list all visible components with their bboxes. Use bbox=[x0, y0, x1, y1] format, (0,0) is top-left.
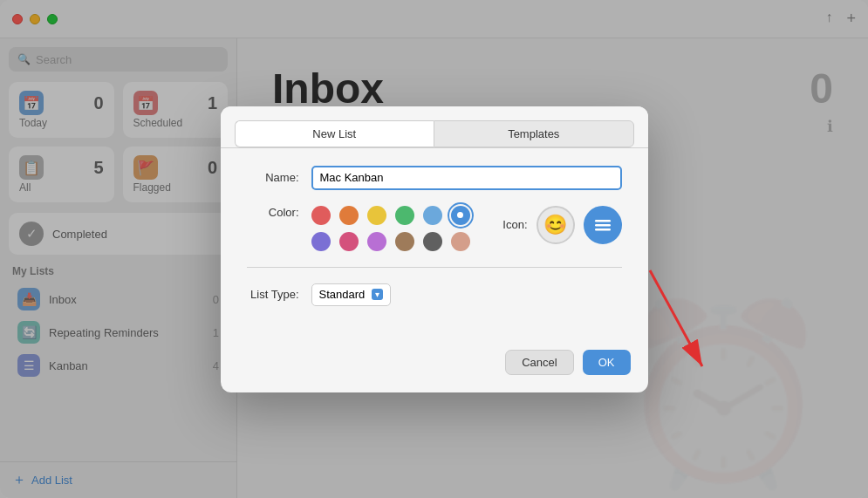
svg-line-1 bbox=[650, 270, 702, 366]
modal-overlay: New List Templates Name: Color: bbox=[0, 0, 868, 498]
color-purple[interactable] bbox=[367, 232, 386, 251]
divider bbox=[247, 267, 622, 268]
tab-new-list[interactable]: New List bbox=[235, 120, 434, 147]
name-row: Name: bbox=[247, 166, 622, 190]
svg-rect-3 bbox=[595, 224, 611, 227]
svg-rect-2 bbox=[595, 220, 611, 222]
icon-section: Icon: 😊 bbox=[502, 206, 621, 244]
name-label: Name: bbox=[247, 171, 299, 184]
color-grid bbox=[311, 206, 491, 251]
list-type-select[interactable]: Standard ▾ bbox=[311, 283, 392, 306]
icon-label: Icon: bbox=[502, 218, 527, 231]
color-light-blue[interactable] bbox=[423, 206, 442, 225]
svg-rect-4 bbox=[595, 229, 611, 231]
icon-emoji[interactable]: 😊 bbox=[537, 206, 575, 244]
cancel-button[interactable]: Cancel bbox=[505, 350, 573, 375]
dialog-tabs: New List Templates bbox=[221, 106, 648, 148]
color-green[interactable] bbox=[395, 206, 414, 225]
name-input[interactable] bbox=[311, 166, 622, 190]
ok-button[interactable]: OK bbox=[583, 350, 631, 375]
color-light-brown[interactable] bbox=[451, 232, 470, 251]
color-indigo[interactable] bbox=[311, 232, 331, 251]
list-type-row: List Type: Standard ▾ bbox=[247, 283, 622, 306]
list-type-value: Standard bbox=[319, 288, 366, 301]
tab-templates[interactable]: Templates bbox=[434, 120, 634, 147]
color-label: Color: bbox=[247, 206, 299, 219]
color-icon-row: Color: bbox=[247, 206, 622, 251]
new-list-dialog: New List Templates Name: Color: bbox=[221, 106, 648, 392]
list-type-label: List Type: bbox=[247, 288, 299, 301]
color-brown[interactable] bbox=[395, 232, 414, 251]
color-pink[interactable] bbox=[339, 232, 359, 251]
dialog-footer: Cancel OK bbox=[221, 341, 648, 392]
list-type-arrow-icon: ▾ bbox=[372, 289, 383, 300]
color-yellow[interactable] bbox=[367, 206, 386, 225]
color-dark-gray[interactable] bbox=[423, 232, 442, 251]
dialog-body: Name: Color: bbox=[221, 148, 648, 341]
color-red[interactable] bbox=[311, 206, 331, 225]
color-orange[interactable] bbox=[339, 206, 359, 225]
icon-list[interactable] bbox=[584, 206, 622, 244]
color-blue[interactable] bbox=[451, 206, 470, 225]
